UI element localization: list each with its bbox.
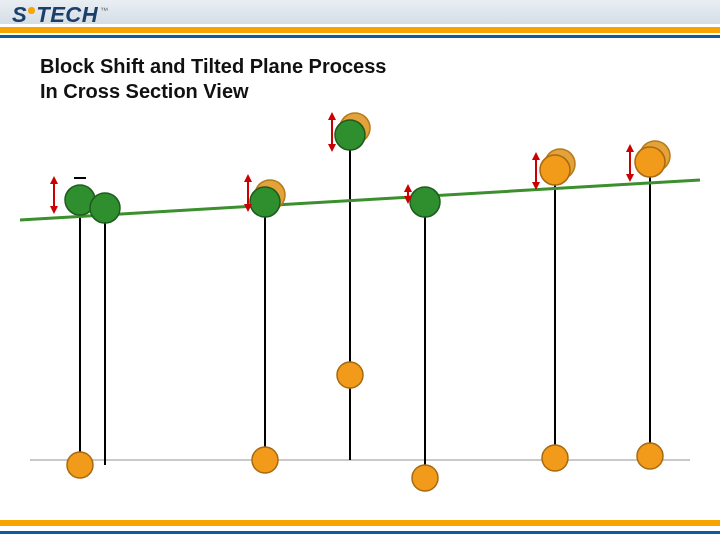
cross-section-diagram [0, 100, 720, 500]
svg-point-16 [410, 187, 440, 217]
brand-logo: S TECH ™ [12, 2, 109, 28]
footer-orange-band [0, 520, 720, 526]
svg-point-17 [540, 155, 570, 185]
tilted-plane [20, 180, 700, 220]
svg-marker-38 [532, 152, 540, 160]
svg-marker-26 [50, 176, 58, 184]
svg-point-19 [67, 452, 93, 478]
slide: S TECH ™ Block Shift and Tilted Plane Pr… [0, 0, 720, 540]
logo-trademark: ™ [100, 6, 109, 15]
svg-point-15 [335, 120, 365, 150]
svg-marker-27 [50, 206, 58, 214]
title-line-1: Block Shift and Tilted Plane Process [40, 54, 386, 79]
svg-point-20 [252, 447, 278, 473]
svg-point-24 [637, 443, 663, 469]
logo-text-rest: TECH [36, 2, 98, 28]
svg-marker-42 [626, 174, 634, 182]
svg-point-13 [90, 193, 120, 223]
top-balls [65, 120, 665, 223]
svg-point-23 [542, 445, 568, 471]
svg-marker-41 [626, 144, 634, 152]
logo-text-s: S [12, 2, 27, 28]
svg-point-14 [250, 187, 280, 217]
logo-dot-icon [28, 7, 35, 14]
svg-marker-35 [404, 184, 412, 192]
svg-point-22 [412, 465, 438, 491]
stems [74, 133, 650, 478]
svg-marker-32 [328, 112, 336, 120]
svg-marker-29 [244, 174, 252, 182]
footer-blue-band [0, 531, 720, 534]
header-blue-band [0, 35, 720, 38]
svg-point-21 [337, 362, 363, 388]
bottom-balls [67, 362, 663, 491]
svg-point-18 [635, 147, 665, 177]
svg-marker-33 [328, 144, 336, 152]
page-title: Block Shift and Tilted Plane Process In … [40, 54, 386, 104]
